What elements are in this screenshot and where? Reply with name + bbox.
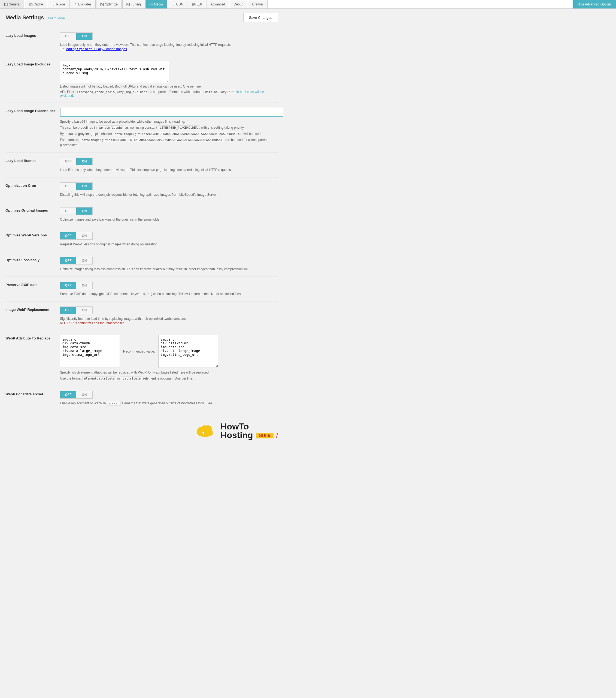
webp-srcset-desc: Enable replacement of WebP in srcset ele… xyxy=(60,401,278,406)
lazy-load-images-off[interactable]: OFF xyxy=(60,33,76,40)
api-prefix: API: Filter xyxy=(60,90,75,94)
setting-lazy-load-placeholder: Lazy Load Image Placeholder Specify a ba… xyxy=(5,103,278,153)
optimize-losslessly-off[interactable]: OFF xyxy=(60,257,76,264)
optimization-cron-off[interactable]: OFF xyxy=(60,183,76,190)
optimization-cron-content: OFF ON Disabling this will stop the cron… xyxy=(60,182,278,197)
setting-optimization-cron: Optimization Cron OFF ON Disabling this … xyxy=(5,178,278,202)
placeholder-desc2-suffix: , with this setting taking priority. xyxy=(199,126,244,129)
lazy-load-images-toggle[interactable]: OFF ON xyxy=(60,32,92,40)
webp-srcset-toggle[interactable]: OFF ON xyxy=(60,391,92,399)
tab-excludes[interactable]: [4] Excludes xyxy=(70,0,95,9)
hide-advanced-button[interactable]: Hide Advanced Options xyxy=(573,0,616,9)
lazy-load-iframes-on[interactable]: ON xyxy=(76,158,92,165)
tab-purge[interactable]: [3] Purge xyxy=(48,0,69,9)
optimize-webp-off[interactable]: OFF xyxy=(60,232,76,239)
placeholder-code2: LITESPEED_PLACEHOLDER xyxy=(158,125,199,130)
optimization-cron-label: Optimization Cron xyxy=(5,182,60,187)
webp-attr-left-textarea[interactable] xyxy=(60,335,120,368)
setting-optimize-webp: Optimize WebP Versions OFF ON Request We… xyxy=(5,227,278,252)
lazy-load-images-content: OFF ON Load images only when they enter … xyxy=(60,32,278,51)
image-webp-replacement-note: NOTE: This setting will edit the .htacce… xyxy=(60,321,278,325)
webp-srcset-code: srcset xyxy=(107,401,121,406)
lazy-load-images-on[interactable]: ON xyxy=(76,33,92,40)
svg-text:?: ? xyxy=(202,431,205,436)
tab-esi[interactable]: [9] ESI xyxy=(188,0,206,9)
logo-howto: HowTo xyxy=(220,422,278,431)
optimize-original-toggle[interactable]: OFF ON xyxy=(60,207,92,215)
logo-hosting: Hosting GUIde / xyxy=(220,431,278,439)
webp-attr-row: Recommended value: xyxy=(60,335,278,368)
tab-advanced[interactable]: Advanced xyxy=(206,0,229,9)
optimize-original-label: Optimize Original Images xyxy=(5,207,60,212)
api-filter-line: API: Filter litespeed_cache_media_lazy_i… xyxy=(60,90,278,98)
optimize-webp-on[interactable]: ON xyxy=(76,232,92,239)
image-webp-replacement-toggle[interactable]: OFF ON xyxy=(60,306,92,314)
optimize-original-off[interactable]: OFF xyxy=(60,208,76,214)
lazy-load-placeholder-input[interactable] xyxy=(60,108,283,117)
optimize-original-on[interactable]: ON xyxy=(76,208,92,214)
optimization-cron-on[interactable]: ON xyxy=(76,183,92,190)
tip-label: Tip: xyxy=(60,47,66,51)
tab-general[interactable]: [1] General xyxy=(0,0,24,9)
placeholder-code3: data:image/gif;base64,R0lGODdhAQABAIAAAM… xyxy=(113,132,243,136)
tab-tuning[interactable]: [6] Tuning xyxy=(122,0,145,9)
optimize-webp-toggle[interactable]: OFF ON xyxy=(60,232,92,240)
tab-cache[interactable]: [2] Cache xyxy=(25,0,47,9)
webp-srcset-off[interactable]: OFF xyxy=(60,391,76,399)
logo-guide-badge: GUIde xyxy=(256,433,274,438)
image-webp-replacement-desc: Significantly improve load time by repla… xyxy=(60,316,278,321)
preserve-exif-toggle[interactable]: OFF ON xyxy=(60,282,92,289)
preserve-exif-on[interactable]: ON xyxy=(76,282,92,289)
setting-lazy-load-iframes: Lazy Load Iframes OFF ON Load iframes on… xyxy=(5,153,278,178)
setting-preserve-exif: Preserve EXIF data OFF ON Preserve EXIF … xyxy=(5,277,278,302)
webp-attr-content: Recommended value: Specify which element… xyxy=(60,335,278,381)
lazy-load-iframes-desc: Load iframes only when they enter the vi… xyxy=(60,167,278,172)
tab-cdn[interactable]: [8] CDN xyxy=(168,0,187,9)
svg-point-3 xyxy=(201,425,208,432)
optimize-webp-desc: Request WebP versions of original images… xyxy=(60,242,278,247)
page-title-area: Media Settings Learn More xyxy=(5,14,65,21)
setting-optimize-original: Optimize Original Images OFF ON Optimize… xyxy=(5,202,278,227)
optimization-cron-toggle[interactable]: OFF ON xyxy=(60,182,92,190)
placeholder-desc4: For example, data:image/gif;base64,R0lGO… xyxy=(60,137,283,148)
lazy-load-excludes-content: Listed images will not be lazy loaded. B… xyxy=(60,61,278,98)
tab-crawler[interactable]: Crawler xyxy=(248,0,267,9)
lazy-load-iframes-off[interactable]: OFF xyxy=(60,158,76,165)
api-filter-code: litespeed_cache_media_lazy_img_excludes xyxy=(75,90,149,94)
image-webp-replacement-off[interactable]: OFF xyxy=(60,307,76,314)
bottom-logo-area: ? HowTo Hosting GUIde / xyxy=(5,411,278,445)
image-webp-replacement-on[interactable]: ON xyxy=(76,307,92,314)
tab-optimize[interactable]: [5] Optimize xyxy=(96,0,122,9)
image-webp-replacement-label: Image WebP Replacement xyxy=(5,306,60,312)
lazy-load-iframes-toggle[interactable]: OFF ON xyxy=(60,157,92,165)
placeholder-desc3-suffix: will be used. xyxy=(243,132,261,136)
optimize-webp-content: OFF ON Request WebP versions of original… xyxy=(60,232,278,247)
webp-srcset-content: OFF ON Enable replacement of WebP in src… xyxy=(60,391,278,406)
optimize-losslessly-toggle[interactable]: OFF ON xyxy=(60,257,92,264)
placeholder-desc2-mid: as well using constant xyxy=(124,126,158,129)
nav-tabs: [1] General [2] Cache [3] Purge [4] Excl… xyxy=(0,0,616,9)
placeholder-desc3: By default a gray image placeholder data… xyxy=(60,131,283,137)
webp-attr-code2: .attribute xyxy=(121,376,142,381)
preserve-exif-desc: Preserve EXIF data (copyright, GPS, comm… xyxy=(60,292,278,296)
learn-more-link[interactable]: Learn More xyxy=(48,16,65,20)
tab-media[interactable]: [7] Media xyxy=(145,0,167,9)
page-header: Media Settings Learn More Save Changes xyxy=(5,13,278,22)
optimize-losslessly-on[interactable]: ON xyxy=(76,257,92,264)
webp-srcset-desc-suffix: elements that were generated outside of … xyxy=(121,401,212,405)
optimize-webp-label: Optimize WebP Versions xyxy=(5,232,60,237)
optimize-original-desc: Optimize images and save backups of the … xyxy=(60,217,278,222)
tab-debug[interactable]: Debug xyxy=(230,0,247,9)
lazy-load-excludes-label: Lazy Load Image Excludes xyxy=(5,61,60,66)
webp-attr-right-textarea[interactable] xyxy=(158,335,218,368)
placeholder-code1: wp-config.php xyxy=(98,125,124,130)
lazy-load-excludes-textarea[interactable] xyxy=(60,61,169,83)
tip-link[interactable]: Adding Style to Your Lazy-Loaded Images xyxy=(66,47,127,51)
optimize-losslessly-desc: Optimize images using lossless compressi… xyxy=(60,267,278,271)
save-changes-button[interactable]: Save Changes xyxy=(243,13,278,22)
lazy-load-images-label: Lazy Load Images xyxy=(5,32,60,38)
page-content: Media Settings Learn More Save Changes L… xyxy=(0,9,283,449)
preserve-exif-off[interactable]: OFF xyxy=(60,282,76,289)
webp-srcset-on[interactable]: ON xyxy=(76,391,92,399)
lazy-load-iframes-label: Lazy Load Iframes xyxy=(5,157,60,163)
